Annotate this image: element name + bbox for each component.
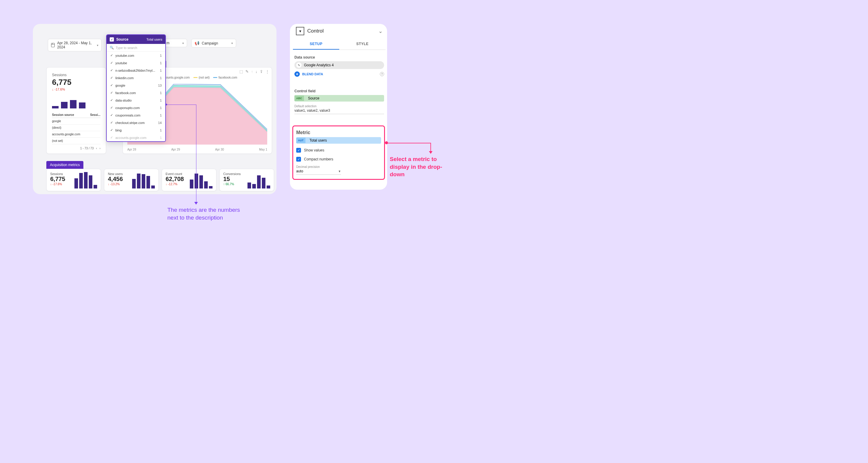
compact-numbers-label: Compact numbers	[304, 157, 333, 161]
pager-prev-icon[interactable]: ‹	[96, 147, 97, 150]
x-tick: Apr 28	[127, 148, 136, 151]
precision-select[interactable]: auto ▼	[296, 168, 341, 175]
dropdown-option[interactable]: ✓youtube.com1	[107, 52, 165, 59]
control-title: Control	[307, 28, 324, 34]
checkmark-icon: ✓	[110, 54, 113, 57]
arrow-up-icon[interactable]: ↑	[251, 69, 253, 74]
checkbox-checked-icon[interactable]: ✓	[296, 148, 301, 153]
plus-icon: +	[294, 71, 300, 77]
show-values-label: Show values	[304, 148, 324, 152]
control-icon: ▾	[296, 27, 304, 35]
default-selection-label: Default selection	[294, 104, 384, 108]
pager-next-icon[interactable]: ›	[99, 147, 100, 150]
sessions-card: Sessions 6,775 ↓ -17.6% Session sourceSe…	[46, 67, 106, 154]
data-source-chip[interactable]: ✎ Google Analytics 4	[294, 61, 384, 69]
legend-item[interactable]: facebook.com	[213, 76, 237, 79]
dropdown-options: ✓youtube.com1✓youtube1✓n-sebzodbssk2fddx…	[107, 52, 165, 141]
control-field-label: Control field	[294, 89, 384, 93]
sessions-title: Sessions	[52, 73, 100, 77]
chart-x-axis: Apr 28Apr 29Apr 30May 1	[127, 148, 267, 151]
control-header[interactable]: ▾ Control ⌄	[296, 27, 382, 35]
blend-data-button[interactable]: + BLEND DATA ?	[294, 71, 384, 77]
arrow-down-icon[interactable]: ↓	[255, 69, 258, 74]
dropdown-option[interactable]: ✓linkedin.com1	[107, 74, 165, 81]
dropdown-option[interactable]: ✓accounts.google.com1	[107, 134, 165, 141]
date-range-text: Apr 28, 2024 - May 1, 2024	[57, 41, 94, 49]
data-source-name: Google Analytics 4	[304, 63, 334, 67]
metric-chip[interactable]: AUT Total users	[296, 137, 381, 144]
more-icon[interactable]: ⋮	[266, 69, 269, 74]
help-icon[interactable]: ?	[380, 72, 384, 76]
chevron-down-icon[interactable]: ⌄	[378, 28, 382, 34]
search-placeholder: Type to search	[116, 46, 137, 49]
metric-card[interactable]: New users4,456↓ -13.2%	[104, 169, 159, 191]
tab-setup[interactable]: SETUP	[293, 39, 339, 49]
checkbox-checked-icon[interactable]: ✓	[296, 157, 301, 162]
chevron-down-icon: ▾	[182, 41, 184, 45]
control-field-chip[interactable]: ABC Source	[294, 95, 384, 102]
export-icon[interactable]: ⇪	[260, 69, 263, 74]
campaign-filter[interactable]: 📢 Campaign ▾	[191, 39, 236, 47]
x-tick: Apr 29	[171, 148, 180, 151]
type-badge-abc: ABC	[294, 96, 304, 101]
metric-card[interactable]: Sessions6,775↓ -17.6%	[46, 169, 101, 191]
checkmark-icon: ✓	[110, 61, 113, 65]
metric-card[interactable]: Conversions15↑ 66.7%	[219, 169, 274, 191]
search-icon: 🔍	[110, 46, 114, 49]
chart-toolbar: ⬚ ✎ ↑ ↓ ⇪ ⋮	[240, 69, 269, 74]
checkmark-icon: ✓	[110, 113, 113, 117]
medium-filter[interactable]: m ▾	[163, 39, 187, 47]
chevron-down-icon: ▾	[231, 41, 233, 45]
dropdown-option[interactable]: ✓couponreals.com1	[107, 111, 165, 119]
col-source: Session source	[52, 112, 88, 118]
control-field-section: Control field ABC Source Default selecti…	[294, 89, 384, 114]
table-row[interactable]: (direct)	[52, 125, 88, 131]
metric-name: Total users	[307, 137, 381, 144]
compact-numbers-row[interactable]: ✓ Compact numbers	[296, 157, 381, 162]
table-row[interactable]: google	[52, 118, 88, 125]
dropdown-header: ✓ Source Total users	[107, 35, 165, 44]
table-row[interactable]: (not set)	[52, 138, 88, 144]
dropdown-option[interactable]: ✓facebook.com1	[107, 89, 165, 97]
pencil-icon[interactable]: ✎	[296, 62, 302, 68]
dropdown-option[interactable]: ✓google13	[107, 81, 165, 89]
medium-label: m	[166, 41, 169, 45]
dropdown-option[interactable]: ✓data-studio1	[107, 97, 165, 104]
x-tick: May 1	[259, 148, 267, 151]
table-row[interactable]: accounts.google.com	[52, 131, 88, 138]
checkmark-icon: ✓	[110, 68, 113, 72]
dropdown-title: Source	[116, 37, 128, 41]
dropdown-option[interactable]: ✓bing1	[107, 126, 165, 134]
checkbox-all-icon[interactable]: ✓	[110, 37, 114, 41]
source-dropdown[interactable]: ✓ Source Total users 🔍 Type to search ✓y…	[106, 34, 166, 142]
precision-label: Decimal precision	[296, 165, 381, 168]
checkmark-icon: ✓	[110, 128, 113, 132]
default-selection-input[interactable]: value1, value2, value3	[294, 108, 384, 114]
session-source-table: Session sourceSessi... google(direct)acc…	[52, 112, 100, 144]
dropdown-option[interactable]: ✓n-sebzodbssk2fddxn7myl...1	[107, 67, 165, 74]
tab-style[interactable]: STYLE	[339, 39, 385, 49]
checkmark-icon: ✓	[110, 98, 113, 102]
show-values-row[interactable]: ✓ Show values	[296, 148, 381, 153]
megaphone-icon: 📢	[194, 41, 199, 45]
acquisition-tag: Acquisition metrics	[46, 161, 83, 169]
calendar-icon	[51, 43, 55, 47]
chevron-down-icon: ▼	[338, 170, 341, 173]
metric-card[interactable]: Event count62,708↓ -12.7%	[162, 169, 216, 191]
dropdown-option[interactable]: ✓checkout.stripe.com14	[107, 119, 165, 126]
metric-label: Metric	[296, 130, 381, 135]
edit-icon[interactable]: ✎	[245, 69, 249, 74]
select-icon[interactable]: ⬚	[240, 69, 243, 74]
legend-item[interactable]: (not set)	[193, 76, 210, 79]
checkmark-icon: ✓	[110, 76, 113, 80]
blend-label: BLEND DATA	[302, 72, 323, 76]
pager[interactable]: 1 - 73 / 73 ‹ ›	[52, 147, 100, 150]
metric-section-highlighted: Metric AUT Total users ✓ Show values ✓ C…	[292, 126, 385, 180]
dropdown-search[interactable]: 🔍 Type to search	[107, 44, 165, 52]
precision-value: auto	[296, 169, 303, 173]
dropdown-option[interactable]: ✓couponupto.com1	[107, 104, 165, 111]
checkmark-icon: ✓	[110, 121, 113, 125]
date-range-picker[interactable]: Apr 28, 2024 - May 1, 2024 ▾	[48, 39, 102, 52]
dropdown-option[interactable]: ✓youtube1	[107, 59, 165, 67]
type-badge-aut: AUT	[296, 138, 306, 143]
